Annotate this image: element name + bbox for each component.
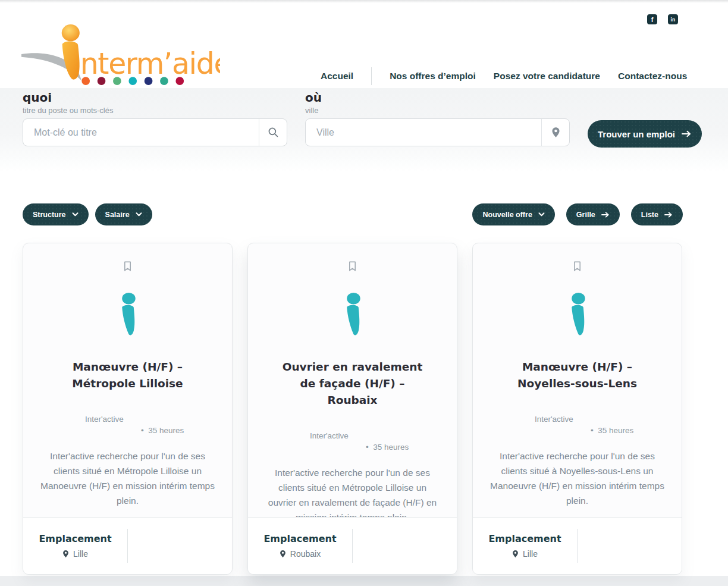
- interactive-i-icon: [340, 293, 366, 339]
- arrow-right-icon: [664, 212, 673, 218]
- filter-structure[interactable]: Structure: [23, 203, 89, 225]
- logo-text: nterm’aide: [80, 47, 220, 81]
- bookmark-icon: [348, 261, 357, 272]
- intermaide-logo[interactable]: nterm’aide: [21, 21, 220, 86]
- nav-candidature[interactable]: Posez votre candidature: [494, 71, 600, 82]
- location-icon-button[interactable]: [541, 119, 569, 146]
- logo-i-stem: [62, 42, 80, 80]
- card-footer: Emplacement Lille: [473, 517, 682, 574]
- page: f in nterm’aide Accu: [0, 0, 728, 586]
- card-footer: Emplacement Lille: [23, 517, 232, 574]
- interactive-i-icon: [564, 293, 591, 339]
- card-footer: Emplacement Roubaix: [248, 517, 457, 574]
- logo-dot-1: [81, 77, 90, 85]
- chevron-down-icon: [136, 212, 142, 217]
- hours-value: 35 heures: [373, 443, 409, 452]
- location-column: Emplacement Roubaix: [248, 529, 353, 563]
- filters-right: Nouvelle offre Grille Liste: [472, 203, 683, 225]
- find-job-label: Trouver un emploi: [598, 129, 675, 139]
- filter-salaire[interactable]: Salaire: [95, 203, 152, 225]
- hours-value: 35 heures: [598, 426, 633, 435]
- job-hours: • 35 heures: [366, 443, 457, 452]
- view-liste-label: Liste: [641, 211, 658, 219]
- footer-empty-column: [353, 518, 457, 574]
- job-meta: Inter'active • 35 heures: [248, 431, 457, 452]
- company-name: Inter'active: [310, 431, 457, 440]
- bookmark-icon: [573, 261, 582, 272]
- job-title: Ouvrier en ravalement de façade (H/F) – …: [248, 359, 457, 409]
- job-title: Manœuvre (H/F) – Métropole Lilloise: [23, 359, 232, 392]
- location-column: Emplacement Lille: [23, 529, 128, 563]
- location-column: Emplacement Lille: [473, 529, 578, 563]
- keyword-input[interactable]: [23, 119, 259, 146]
- meta-separator: •: [366, 443, 369, 452]
- company-name: Inter'active: [85, 415, 232, 424]
- logo-dot-5: [145, 77, 153, 85]
- search-icon: [268, 127, 279, 138]
- location-label: Emplacement: [263, 533, 336, 544]
- job-meta: Inter'active • 35 heures: [23, 415, 232, 435]
- location-value: Lille: [512, 549, 538, 559]
- job-description: Inter'active recherche pour l'un de ses …: [473, 449, 682, 508]
- view-liste-button[interactable]: Liste: [631, 203, 683, 225]
- arrow-right-icon: [682, 130, 692, 137]
- job-card[interactable]: Ouvrier en ravalement de façade (H/F) – …: [247, 243, 457, 575]
- company-logo: [23, 293, 232, 339]
- chevron-down-icon: [72, 212, 79, 217]
- city-input[interactable]: [306, 119, 541, 146]
- job-meta: Inter'active • 35 heures: [473, 415, 682, 435]
- nav-accueil[interactable]: Accueil: [321, 71, 353, 82]
- filter-structure-label: Structure: [33, 211, 66, 219]
- job-description: Inter'active recherche pour l'un de ses …: [23, 449, 232, 508]
- city-inputbox: [305, 118, 570, 146]
- pin-icon: [62, 550, 69, 558]
- job-card[interactable]: Manœuvre (H/F) – Noyelles-sous-Lens Inte…: [472, 243, 682, 575]
- pin-icon: [280, 550, 286, 558]
- top-shade: [0, 0, 728, 3]
- city-name: Lille: [523, 549, 538, 559]
- linkedin-glyph: in: [671, 17, 676, 23]
- company-name: Inter'active: [535, 415, 682, 424]
- nav-divider: [371, 67, 372, 85]
- logo-graphic: nterm’aide: [21, 21, 220, 86]
- job-hours: • 35 heures: [591, 426, 682, 435]
- logo-dot-4: [128, 77, 137, 85]
- sort-nouvelle-offre[interactable]: Nouvelle offre: [472, 203, 554, 225]
- view-grille-button[interactable]: Grille: [566, 203, 620, 225]
- job-title: Manœuvre (H/F) – Noyelles-sous-Lens: [473, 359, 682, 392]
- logo-dot-6: [160, 77, 168, 85]
- main-nav: Accueil Nos offres d’emploi Posez votre …: [321, 67, 687, 85]
- nav-offres[interactable]: Nos offres d’emploi: [390, 71, 476, 82]
- meta-separator: •: [141, 426, 144, 435]
- chevron-down-icon: [538, 212, 545, 217]
- facebook-glyph: f: [651, 17, 654, 23]
- facebook-icon[interactable]: f: [647, 14, 657, 24]
- footer-empty-column: [578, 518, 682, 574]
- filters-left: Structure Salaire: [23, 203, 152, 225]
- search-icon-button[interactable]: [259, 119, 287, 146]
- job-hours: • 35 heures: [141, 426, 232, 435]
- linkedin-icon[interactable]: in: [668, 14, 678, 24]
- nav-contact[interactable]: Contactez-nous: [618, 71, 687, 82]
- find-job-button[interactable]: Trouver un emploi: [588, 120, 702, 148]
- bookmark-button[interactable]: [23, 243, 232, 272]
- job-card[interactable]: Manœuvre (H/F) – Métropole Lilloise Inte…: [23, 243, 233, 575]
- bookmark-button[interactable]: [248, 243, 457, 272]
- what-subtitle: titre du poste ou mots-clés: [23, 106, 113, 115]
- what-title: quoi: [23, 90, 52, 105]
- location-label: Emplacement: [39, 533, 111, 544]
- logo-i-dot: [62, 24, 80, 41]
- company-logo: [248, 293, 457, 339]
- sort-nouvelle-offre-label: Nouvelle offre: [482, 211, 532, 219]
- bookmark-button[interactable]: [473, 243, 682, 272]
- meta-separator: •: [591, 426, 594, 435]
- where-subtitle: ville: [305, 106, 318, 115]
- where-title: où: [305, 90, 322, 105]
- location-label: Emplacement: [488, 533, 561, 544]
- job-description: Inter'active recherche pour l'un de ses …: [248, 465, 457, 525]
- next-section-strip: [0, 576, 728, 586]
- filter-salaire-label: Salaire: [105, 211, 130, 219]
- pin-icon: [551, 127, 560, 138]
- hours-value: 35 heures: [148, 426, 184, 435]
- company-logo: [473, 293, 682, 339]
